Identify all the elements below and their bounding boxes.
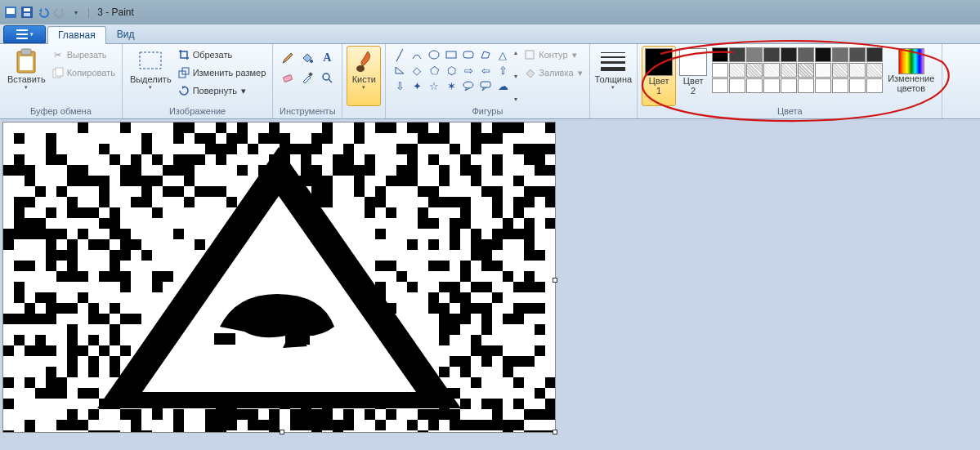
undo-icon[interactable] bbox=[36, 5, 51, 20]
palette-swatch[interactable] bbox=[781, 78, 797, 93]
shape-star6-icon[interactable]: ✶ bbox=[443, 78, 459, 93]
palette-swatch[interactable] bbox=[712, 78, 728, 93]
palette-swatch[interactable] bbox=[798, 78, 814, 93]
palette-swatch[interactable] bbox=[815, 78, 831, 93]
svg-rect-252 bbox=[99, 239, 110, 250]
shape-hexagon-icon[interactable]: ⬡ bbox=[443, 63, 459, 78]
app-menu-button[interactable]: ▾ bbox=[3, 25, 46, 43]
shape-rtriangle-icon[interactable] bbox=[392, 63, 408, 78]
palette-swatch[interactable] bbox=[849, 63, 866, 78]
palette-swatch[interactable] bbox=[746, 63, 763, 78]
svg-rect-68 bbox=[46, 144, 56, 154]
palette-swatch[interactable] bbox=[763, 78, 780, 93]
svg-rect-410 bbox=[110, 356, 120, 367]
svg-rect-480 bbox=[545, 399, 555, 409]
copy-button[interactable]: Копировать bbox=[49, 64, 118, 82]
resize-button[interactable]: Изменить размер bbox=[175, 64, 269, 82]
palette-swatch[interactable] bbox=[746, 78, 763, 93]
svg-rect-223 bbox=[428, 218, 439, 229]
shape-star5-icon[interactable]: ☆ bbox=[426, 78, 442, 93]
svg-rect-206 bbox=[78, 207, 88, 218]
text-tool[interactable]: A bbox=[318, 49, 336, 67]
brushes-button[interactable]: Кисти ▾ bbox=[347, 46, 381, 106]
crop-button[interactable]: Обрезать bbox=[175, 46, 269, 64]
fill-tool[interactable] bbox=[298, 49, 316, 67]
picker-tool[interactable] bbox=[298, 69, 316, 87]
palette-swatch[interactable] bbox=[729, 47, 745, 62]
svg-rect-519 bbox=[269, 420, 280, 430]
rotate-button[interactable]: Повернуть▾ bbox=[175, 82, 269, 100]
palette-swatch[interactable] bbox=[815, 47, 831, 62]
palette-swatch[interactable] bbox=[781, 63, 797, 78]
qat-dropdown-icon[interactable]: ▾ bbox=[69, 5, 83, 20]
svg-rect-448 bbox=[35, 388, 46, 399]
shape-callout-rect-icon[interactable] bbox=[477, 78, 494, 93]
shape-triangle-icon[interactable]: △ bbox=[494, 47, 511, 62]
shape-pentagon-icon[interactable]: ⬠ bbox=[426, 63, 442, 78]
pencil-tool[interactable] bbox=[279, 49, 297, 67]
palette-swatch[interactable] bbox=[832, 47, 848, 62]
svg-rect-556 bbox=[248, 306, 298, 318]
palette-swatch[interactable] bbox=[729, 78, 745, 93]
svg-rect-238 bbox=[173, 229, 184, 239]
svg-rect-508 bbox=[25, 420, 35, 430]
tab-home[interactable]: Главная bbox=[47, 26, 106, 44]
svg-rect-96 bbox=[195, 154, 205, 165]
palette-swatch[interactable] bbox=[763, 47, 780, 62]
shape-polygon-icon[interactable] bbox=[477, 47, 494, 62]
svg-rect-94 bbox=[173, 154, 184, 165]
palette-swatch[interactable] bbox=[849, 78, 866, 93]
svg-rect-251 bbox=[88, 239, 99, 250]
palette-swatch[interactable] bbox=[798, 63, 814, 78]
shape-rect-icon[interactable] bbox=[443, 47, 459, 62]
shapes-scroll-down-icon[interactable]: ▾ bbox=[514, 73, 517, 80]
palette-swatch[interactable] bbox=[832, 63, 848, 78]
shape-arrowr-icon[interactable]: ⇨ bbox=[460, 63, 477, 78]
redo-icon[interactable] bbox=[52, 5, 67, 20]
shape-star4-icon[interactable]: ✦ bbox=[409, 78, 425, 93]
tab-view[interactable]: Вид bbox=[106, 25, 145, 43]
palette-swatch[interactable] bbox=[729, 63, 745, 78]
palette-swatch[interactable] bbox=[712, 47, 728, 62]
shape-arrowd-icon[interactable]: ⇩ bbox=[392, 78, 408, 93]
svg-rect-515 bbox=[216, 420, 226, 430]
shape-line-icon[interactable]: ╱ bbox=[392, 47, 408, 62]
shapes-more-icon[interactable]: ▾ bbox=[514, 96, 517, 103]
edit-colors-button[interactable]: Изменение цветов bbox=[884, 46, 937, 106]
thickness-button[interactable]: Толщина ▾ bbox=[592, 46, 636, 105]
shape-cloud-icon[interactable]: ☁ bbox=[494, 78, 511, 93]
color2-button[interactable]: Цвет 2 bbox=[676, 46, 710, 106]
palette-swatch[interactable] bbox=[866, 63, 883, 78]
palette-swatch[interactable] bbox=[712, 63, 728, 78]
fill-button[interactable]: Заливка▾ bbox=[521, 64, 584, 82]
shape-arrowl-icon[interactable]: ⇦ bbox=[477, 63, 494, 78]
shape-arrowu-icon[interactable]: ⇧ bbox=[494, 63, 511, 78]
palette-swatch[interactable] bbox=[815, 63, 831, 78]
palette-swatch[interactable] bbox=[832, 78, 848, 93]
shape-gallery[interactable]: ╱ △ ◇ ⬠ ⬡ ⇨ ⇦ ⇧ ⇩ ✦ ☆ ✶ ☁ bbox=[390, 46, 512, 106]
save-icon[interactable] bbox=[20, 5, 34, 20]
shape-callout-round-icon[interactable] bbox=[460, 78, 477, 93]
shape-roundrect-icon[interactable] bbox=[460, 47, 477, 62]
shape-diamond-icon[interactable]: ◇ bbox=[409, 63, 425, 78]
palette-swatch[interactable] bbox=[781, 47, 797, 62]
canvas[interactable] bbox=[3, 123, 555, 432]
magnifier-tool[interactable] bbox=[318, 69, 336, 87]
palette-swatch[interactable] bbox=[746, 47, 763, 62]
paste-button[interactable]: Вставить ▾ bbox=[4, 46, 49, 106]
shape-oval-icon[interactable] bbox=[426, 47, 442, 62]
palette-swatch[interactable] bbox=[849, 47, 866, 62]
color1-button[interactable]: Цвет 1 bbox=[642, 46, 676, 106]
select-button[interactable]: Выделить ▾ bbox=[127, 46, 175, 106]
svg-rect-197 bbox=[450, 197, 460, 207]
palette-swatch[interactable] bbox=[763, 63, 780, 78]
palette-swatch[interactable] bbox=[798, 47, 814, 62]
eraser-tool[interactable] bbox=[279, 69, 297, 87]
svg-rect-222 bbox=[418, 218, 428, 229]
palette-swatch[interactable] bbox=[866, 78, 883, 93]
cut-button[interactable]: ✂Вырезать bbox=[49, 46, 118, 64]
shapes-scroll-up-icon[interactable]: ▴ bbox=[514, 49, 517, 56]
palette-swatch[interactable] bbox=[866, 47, 883, 62]
shape-curve-icon[interactable] bbox=[409, 47, 425, 62]
outline-button[interactable]: Контур▾ bbox=[521, 46, 584, 64]
